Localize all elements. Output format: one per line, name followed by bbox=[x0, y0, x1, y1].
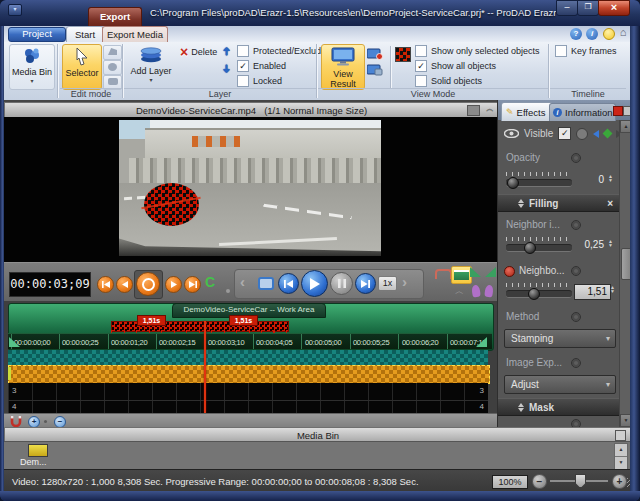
view-source-button[interactable] bbox=[367, 46, 383, 58]
checkbox-locked[interactable]: Locked bbox=[237, 75, 282, 87]
set-out-point-icon[interactable] bbox=[485, 267, 496, 277]
layer-up-button[interactable]: ➜ bbox=[220, 47, 233, 56]
checkbox-show-only-selected[interactable]: Show only selected objects bbox=[415, 45, 540, 57]
mask-skip-start-button[interactable] bbox=[97, 276, 114, 293]
delete-layer-button[interactable]: × Delete bbox=[180, 46, 217, 58]
scroll-down-button[interactable]: ▼ bbox=[615, 457, 627, 469]
tab-export-media[interactable]: Export Media bbox=[102, 26, 168, 43]
tab-effects[interactable]: ✎ Effects bbox=[501, 102, 553, 121]
title-bar[interactable]: ▾ C:\Program Files\proDAD\Erazr-1.5\Reso… bbox=[0, 0, 640, 26]
pause-button[interactable] bbox=[330, 272, 353, 295]
play-skip-end-button[interactable] bbox=[355, 273, 376, 294]
media-bin-button[interactable]: Media Bin ▾ bbox=[9, 44, 55, 90]
opacity-value[interactable]: 0 bbox=[584, 174, 604, 185]
preview-canvas[interactable] bbox=[4, 117, 497, 262]
track-mask-layer[interactable] bbox=[8, 365, 490, 384]
mask-shape-left-icon[interactable] bbox=[471, 285, 481, 298]
timeline-ruler[interactable]: 00:00:00;00 00:00:00;25 00:00:01;20 00:0… bbox=[8, 333, 492, 349]
preview-header[interactable]: DemoVideo-ServiceCar.mp4 (1/1 Normal Ima… bbox=[4, 102, 499, 118]
preview-collapse-icon[interactable]: ︽ bbox=[486, 103, 494, 114]
app-menu-icon[interactable]: ▾ bbox=[8, 4, 22, 16]
mask-shape-right-icon[interactable] bbox=[484, 285, 494, 298]
prev-keyframe-icon[interactable] bbox=[593, 130, 599, 138]
view-result-button[interactable]: View Result bbox=[321, 44, 365, 90]
tab-project[interactable]: Project bbox=[8, 27, 66, 42]
checkbox-show-all-objects[interactable]: ✓ Show all objects bbox=[415, 60, 496, 72]
expand-chevron[interactable]: ︿ bbox=[455, 285, 464, 298]
checkbox-enabled[interactable]: ✓ Enabled bbox=[237, 60, 286, 72]
shape-tool-polygon[interactable] bbox=[103, 45, 122, 60]
zoom-slider-thumb[interactable] bbox=[575, 474, 586, 488]
neighbor-inside-keyframe-icon[interactable] bbox=[571, 220, 581, 230]
keyframe-clock-icon[interactable] bbox=[576, 128, 588, 140]
image-exp-dropdown[interactable]: Adjust ▾ bbox=[504, 375, 616, 394]
neighbor-inside-value[interactable]: 0,25 bbox=[574, 239, 604, 250]
work-area-handle-left[interactable] bbox=[9, 337, 20, 347]
mask-next-frame-button[interactable] bbox=[165, 276, 182, 293]
preview-monitor-icon[interactable] bbox=[467, 105, 480, 116]
zoom-level-box[interactable]: 100% bbox=[492, 475, 528, 489]
media-bin-item-label[interactable]: Dem... bbox=[20, 457, 47, 467]
snap-magnet-icon[interactable] bbox=[10, 415, 22, 427]
work-area-handle-right[interactable] bbox=[476, 337, 487, 347]
neighbor-inside-slider-thumb[interactable] bbox=[524, 242, 536, 254]
track-4[interactable]: 4 4 bbox=[8, 401, 488, 413]
panel-red-indicator[interactable] bbox=[613, 106, 623, 116]
playhead[interactable] bbox=[204, 321, 206, 413]
loop-toggle-icon[interactable] bbox=[258, 277, 274, 290]
tab-start[interactable]: Start bbox=[66, 26, 104, 43]
checkbox-solid-objects[interactable]: Solid objects bbox=[415, 75, 482, 87]
media-bin-scrollbar[interactable]: ▲ ▼ bbox=[614, 443, 628, 471]
set-in-point-icon[interactable] bbox=[470, 267, 481, 277]
play-skip-start-button[interactable] bbox=[278, 273, 299, 294]
help-icon[interactable]: ? bbox=[570, 28, 582, 40]
selector-button[interactable]: Selector bbox=[62, 44, 102, 90]
view-compare-button[interactable] bbox=[367, 62, 383, 74]
collapse-icon[interactable] bbox=[518, 199, 524, 208]
scroll-up-button[interactable]: ▲ bbox=[615, 444, 627, 457]
zoom-in-button[interactable]: + bbox=[612, 474, 627, 489]
filling-close-icon[interactable]: × bbox=[607, 198, 613, 209]
track-video[interactable] bbox=[8, 350, 488, 366]
neighbor-spinner[interactable]: ▲▼ bbox=[610, 285, 615, 293]
mask-prev-frame-button[interactable] bbox=[116, 276, 133, 293]
add-keyframe-icon[interactable] bbox=[603, 129, 613, 139]
work-area-button[interactable] bbox=[451, 266, 472, 284]
neighbor-inside-spinner[interactable]: ▲▼ bbox=[608, 239, 613, 247]
video-frame[interactable] bbox=[119, 120, 381, 256]
opacity-spinner[interactable]: ▲▼ bbox=[608, 174, 613, 182]
method-dropdown[interactable]: Stamping ▾ bbox=[504, 329, 616, 348]
add-layer-button[interactable]: Add Layer ▾ bbox=[128, 44, 174, 88]
image-exp-keyframe-icon[interactable] bbox=[571, 358, 581, 368]
playback-prev-chevron[interactable]: ‹ bbox=[240, 273, 245, 291]
visible-checkbox[interactable]: ✓ bbox=[558, 127, 571, 140]
info-icon[interactable]: i bbox=[586, 28, 598, 40]
mask-record-button[interactable] bbox=[136, 272, 160, 296]
mask-pattern-swatch[interactable] bbox=[395, 47, 411, 62]
neighbor-value-box[interactable]: 1,51 bbox=[574, 284, 611, 300]
mask-section-header[interactable]: Mask bbox=[498, 398, 619, 416]
opacity-slider-thumb[interactable] bbox=[507, 177, 519, 189]
playback-next-chevron[interactable]: › bbox=[402, 273, 407, 291]
shape-tool-ellipse[interactable] bbox=[103, 60, 122, 75]
opacity-keyframe-icon[interactable] bbox=[571, 153, 581, 163]
speed-button[interactable]: 1x bbox=[378, 276, 397, 291]
layer-down-button[interactable]: ➜ bbox=[220, 64, 233, 73]
home-icon[interactable]: ⌂ bbox=[617, 26, 629, 40]
method-keyframe-icon[interactable] bbox=[571, 312, 581, 322]
mask-skip-end-button[interactable] bbox=[184, 276, 201, 293]
minimize-button[interactable]: – bbox=[556, 0, 578, 16]
collapse-icon[interactable] bbox=[518, 403, 524, 412]
tab-information[interactable]: i Information bbox=[549, 103, 616, 121]
filling-section-header[interactable]: Filling × bbox=[498, 194, 619, 212]
play-button[interactable] bbox=[301, 270, 328, 297]
neighbor-slider-thumb[interactable] bbox=[528, 288, 540, 300]
contextual-tab-export[interactable]: Export bbox=[88, 7, 142, 27]
tip-bulb-icon[interactable] bbox=[603, 28, 615, 40]
cyclic-mode-button[interactable]: C bbox=[205, 274, 215, 290]
neighbor-keyframe-icon[interactable] bbox=[571, 266, 581, 276]
track-3[interactable]: 3 3 bbox=[8, 383, 488, 401]
close-button[interactable]: × bbox=[598, 0, 630, 16]
neighbor-inside-slider[interactable] bbox=[506, 244, 572, 252]
media-bin-thumbnail[interactable] bbox=[28, 444, 48, 457]
